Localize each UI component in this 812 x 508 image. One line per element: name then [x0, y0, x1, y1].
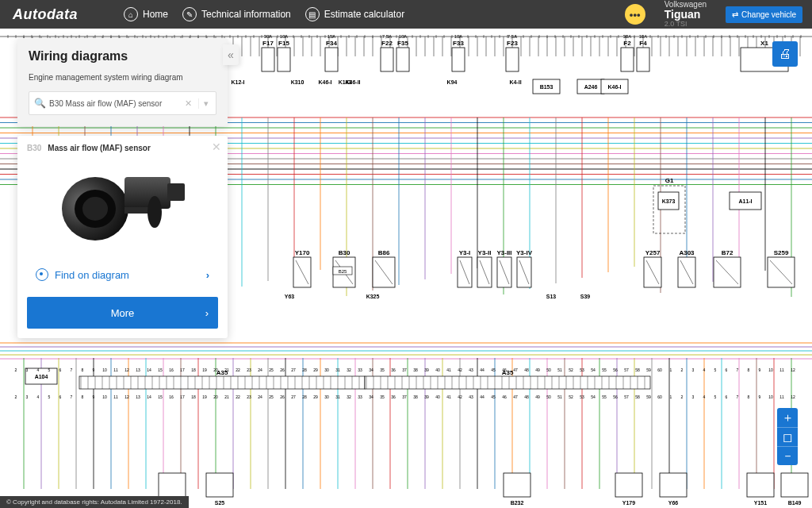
svg-text:9: 9 — [759, 368, 761, 372]
svg-text:B153: B153 — [540, 84, 553, 90]
copyright-footer: © Copyright and database rights: Autodat… — [0, 496, 189, 508]
svg-text:B149: B149 — [788, 500, 802, 506]
svg-text:34: 34 — [369, 394, 373, 399]
svg-text:30: 30 — [324, 394, 329, 399]
svg-text:Y66: Y66 — [668, 500, 679, 506]
svg-text:47: 47 — [513, 368, 518, 372]
svg-text:K46-I: K46-I — [318, 79, 331, 85]
svg-text:42: 42 — [458, 368, 462, 372]
svg-text:43: 43 — [469, 368, 473, 372]
svg-text:37: 37 — [402, 368, 407, 372]
svg-text:34: 34 — [369, 368, 373, 372]
top-nav: Autodata ⌂ Home ✎ Technical information … — [0, 0, 812, 29]
svg-text:29: 29 — [313, 368, 318, 372]
svg-text:Y170: Y170 — [295, 249, 310, 256]
svg-text:8: 8 — [82, 368, 84, 372]
zoom-controls: ＋ ◻ － — [777, 408, 798, 465]
svg-text:K12-I: K12-I — [231, 79, 244, 85]
svg-text:Y151: Y151 — [754, 500, 767, 506]
svg-text:19: 19 — [202, 368, 207, 372]
find-label: Find on diagram — [55, 269, 129, 281]
svg-text:1: 1 — [670, 368, 672, 372]
clear-search-icon[interactable]: ✕ — [181, 98, 195, 109]
svg-text:2: 2 — [681, 368, 684, 372]
svg-rect-276 — [79, 376, 365, 389]
svg-rect-360 — [159, 473, 186, 497]
search-icon: 🔍 — [34, 98, 46, 109]
svg-text:B72: B72 — [722, 249, 733, 256]
svg-text:A11-I: A11-I — [738, 198, 752, 204]
svg-text:28: 28 — [302, 394, 307, 399]
more-button[interactable]: More › — [27, 297, 218, 329]
svg-text:K46-II: K46-II — [345, 79, 360, 85]
svg-text:7: 7 — [737, 394, 739, 399]
print-button[interactable]: 🖨 — [772, 41, 798, 67]
panel-collapse-button[interactable]: « — [223, 44, 239, 65]
svg-rect-202 — [452, 48, 465, 71]
svg-text:31: 31 — [335, 368, 340, 372]
nav-technical[interactable]: ✎ Technical information — [182, 7, 291, 21]
component-card: ✕ B30 Mass air flow (MAF) sensor — [17, 136, 228, 338]
svg-text:25: 25 — [269, 394, 274, 399]
svg-rect-621 — [124, 177, 170, 209]
zoom-reset-button[interactable]: ◻ — [777, 427, 798, 446]
svg-text:46: 46 — [502, 368, 507, 372]
svg-text:7: 7 — [71, 368, 73, 372]
search-input[interactable] — [49, 99, 178, 108]
svg-text:57: 57 — [624, 394, 629, 399]
vehicle-model: Tiguan — [665, 9, 707, 21]
svg-text:5: 5 — [714, 394, 717, 399]
svg-text:18: 18 — [191, 368, 196, 372]
svg-text:2: 2 — [15, 368, 17, 372]
svg-text:59: 59 — [646, 368, 651, 372]
svg-text:13: 13 — [136, 368, 140, 372]
svg-text:60: 60 — [657, 394, 662, 399]
nav-technical-label: Technical information — [201, 9, 291, 20]
component-search[interactable]: 🔍 ✕ ▾ — [29, 91, 216, 115]
svg-text:46: 46 — [502, 394, 507, 399]
search-dropdown-icon[interactable]: ▾ — [198, 98, 213, 109]
svg-text:55: 55 — [602, 368, 607, 372]
more-menu-button[interactable]: ••• — [625, 4, 645, 25]
svg-text:16: 16 — [169, 368, 174, 372]
svg-text:58: 58 — [635, 368, 640, 372]
svg-text:30: 30 — [324, 368, 329, 372]
svg-text:52: 52 — [569, 394, 573, 399]
component-close-button[interactable]: ✕ — [212, 140, 221, 153]
svg-text:10: 10 — [102, 394, 107, 399]
brand-logo: Autodata — [13, 6, 78, 23]
svg-text:3: 3 — [26, 368, 29, 372]
svg-text:31: 31 — [335, 394, 340, 399]
svg-text:43: 43 — [469, 394, 473, 399]
svg-text:15: 15 — [158, 394, 163, 399]
svg-rect-364 — [504, 473, 530, 497]
vehicle-info: Volkswagen Tiguan 2.0 TSI — [665, 1, 707, 29]
svg-text:58: 58 — [635, 394, 640, 399]
svg-text:47: 47 — [513, 394, 518, 399]
svg-rect-370 — [747, 473, 774, 497]
svg-text:A104: A104 — [35, 374, 48, 379]
svg-text:F17: F17 — [262, 40, 274, 47]
svg-text:F23: F23 — [507, 40, 518, 47]
svg-text:K4-II: K4-II — [509, 79, 521, 85]
svg-text:F15: F15 — [278, 40, 289, 47]
find-on-diagram-button[interactable]: Find on diagram › — [27, 259, 218, 291]
nav-estimate[interactable]: ▤ Estimate calculator — [305, 7, 404, 21]
svg-text:33: 33 — [358, 368, 362, 372]
change-vehicle-button[interactable]: ⇄ Change vehicle — [726, 6, 802, 23]
svg-text:F4: F4 — [639, 40, 647, 47]
svg-text:33: 33 — [358, 394, 362, 399]
panel-title: Wiring diagrams — [29, 49, 216, 64]
svg-text:B30: B30 — [339, 249, 350, 256]
svg-text:24: 24 — [258, 368, 262, 372]
more-label: More — [111, 307, 135, 319]
zoom-in-button[interactable]: ＋ — [777, 408, 798, 427]
zoom-out-button[interactable]: － — [777, 446, 798, 465]
svg-text:K310: K310 — [291, 79, 304, 85]
nav-home[interactable]: ⌂ Home — [124, 7, 168, 21]
svg-text:52: 52 — [569, 368, 573, 372]
svg-text:S13: S13 — [546, 294, 557, 299]
svg-text:20: 20 — [213, 368, 218, 372]
svg-text:53: 53 — [580, 368, 584, 372]
svg-text:13: 13 — [136, 394, 140, 399]
